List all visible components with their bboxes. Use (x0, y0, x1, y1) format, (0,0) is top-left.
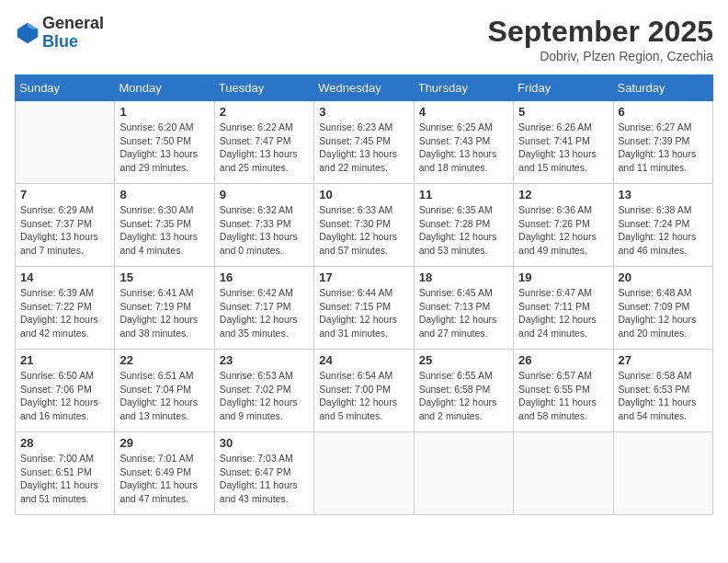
day-info: Sunrise: 6:41 AM Sunset: 7:19 PM Dayligh… (119, 286, 209, 340)
calendar-cell: 16Sunrise: 6:42 AM Sunset: 7:17 PM Dayli… (214, 267, 313, 350)
calendar-week-row: 7Sunrise: 6:29 AM Sunset: 7:37 PM Daylig… (16, 184, 713, 267)
day-info: Sunrise: 6:47 AM Sunset: 7:11 PM Dayligh… (518, 286, 608, 340)
day-number: 28 (20, 436, 109, 450)
day-number: 6 (619, 105, 708, 119)
day-number: 13 (619, 188, 708, 201)
day-number: 18 (419, 270, 508, 284)
day-info: Sunrise: 6:38 AM Sunset: 7:24 PM Dayligh… (619, 203, 708, 258)
calendar-cell: 25Sunrise: 6:55 AM Sunset: 6:58 PM Dayli… (414, 350, 513, 432)
day-number: 27 (619, 353, 708, 367)
calendar-week-row: 28Sunrise: 7:00 AM Sunset: 6:51 PM Dayli… (16, 432, 713, 515)
day-number: 17 (319, 270, 408, 284)
day-number: 4 (419, 105, 508, 119)
calendar-cell: 22Sunrise: 6:51 AM Sunset: 7:04 PM Dayli… (115, 350, 214, 432)
day-number: 2 (220, 105, 309, 119)
day-number: 3 (319, 105, 408, 119)
calendar-cell: 11Sunrise: 6:35 AM Sunset: 7:28 PM Dayli… (414, 184, 513, 267)
day-info: Sunrise: 6:57 AM Sunset: 6:55 PM Dayligh… (518, 369, 608, 423)
calendar-header: SundayMondayTuesdayWednesdayThursdayFrid… (16, 75, 713, 101)
weekday-row: SundayMondayTuesdayWednesdayThursdayFrid… (16, 75, 713, 101)
calendar-cell: 23Sunrise: 6:53 AM Sunset: 7:02 PM Dayli… (214, 350, 313, 432)
calendar-cell: 9Sunrise: 6:32 AM Sunset: 7:33 PM Daylig… (214, 184, 313, 267)
calendar-cell: 5Sunrise: 6:26 AM Sunset: 7:41 PM Daylig… (514, 101, 613, 184)
day-number: 23 (220, 353, 309, 367)
title-block: September 2025 Dobriv, Plzen Region, Cze… (488, 15, 713, 63)
day-info: Sunrise: 6:32 AM Sunset: 7:33 PM Dayligh… (220, 203, 309, 258)
logo: General Blue (15, 15, 104, 52)
calendar-body: 1Sunrise: 6:20 AM Sunset: 7:50 PM Daylig… (16, 101, 713, 515)
day-info: Sunrise: 6:33 AM Sunset: 7:30 PM Dayligh… (319, 203, 408, 258)
day-number: 1 (119, 105, 209, 119)
day-number: 12 (518, 188, 608, 201)
page-header: General Blue September 2025 Dobriv, Plze… (15, 15, 713, 63)
day-info: Sunrise: 6:35 AM Sunset: 7:28 PM Dayligh… (419, 203, 508, 258)
day-info: Sunrise: 6:25 AM Sunset: 7:43 PM Dayligh… (419, 121, 508, 175)
calendar-cell: 2Sunrise: 6:22 AM Sunset: 7:47 PM Daylig… (214, 101, 313, 184)
calendar-table: SundayMondayTuesdayWednesdayThursdayFrid… (15, 75, 713, 515)
weekday-header: Sunday (16, 75, 115, 101)
day-info: Sunrise: 6:55 AM Sunset: 6:58 PM Dayligh… (419, 369, 508, 423)
day-number: 14 (20, 270, 109, 284)
calendar-cell: 28Sunrise: 7:00 AM Sunset: 6:51 PM Dayli… (16, 432, 115, 515)
day-info: Sunrise: 6:50 AM Sunset: 7:06 PM Dayligh… (20, 369, 109, 423)
logo-general-label: General (42, 15, 104, 33)
logo-text: General Blue (42, 15, 104, 52)
day-number: 9 (220, 188, 309, 201)
day-number: 8 (119, 188, 209, 201)
day-number: 26 (518, 353, 608, 367)
location-label: Dobriv, Plzen Region, Czechia (488, 49, 713, 63)
weekday-header: Friday (514, 75, 613, 101)
day-info: Sunrise: 6:44 AM Sunset: 7:15 PM Dayligh… (319, 286, 408, 340)
day-info: Sunrise: 7:00 AM Sunset: 6:51 PM Dayligh… (20, 452, 109, 506)
calendar-cell: 8Sunrise: 6:30 AM Sunset: 7:35 PM Daylig… (115, 184, 214, 267)
day-info: Sunrise: 7:01 AM Sunset: 6:49 PM Dayligh… (119, 452, 209, 506)
calendar-cell: 1Sunrise: 6:20 AM Sunset: 7:50 PM Daylig… (115, 101, 214, 184)
day-number: 15 (119, 270, 209, 284)
calendar-cell: 24Sunrise: 6:54 AM Sunset: 7:00 PM Dayli… (314, 350, 414, 432)
calendar-cell: 10Sunrise: 6:33 AM Sunset: 7:30 PM Dayli… (314, 184, 414, 267)
day-info: Sunrise: 6:48 AM Sunset: 7:09 PM Dayligh… (619, 286, 708, 340)
day-number: 10 (319, 188, 408, 201)
calendar-cell (414, 432, 513, 515)
day-number: 7 (20, 188, 109, 201)
weekday-header: Tuesday (214, 75, 313, 101)
calendar-cell (314, 432, 414, 515)
calendar-cell: 3Sunrise: 6:23 AM Sunset: 7:45 PM Daylig… (314, 101, 414, 184)
calendar-cell: 29Sunrise: 7:01 AM Sunset: 6:49 PM Dayli… (115, 432, 214, 515)
calendar-cell: 30Sunrise: 7:03 AM Sunset: 6:47 PM Dayli… (214, 432, 313, 515)
calendar-cell: 7Sunrise: 6:29 AM Sunset: 7:37 PM Daylig… (16, 184, 115, 267)
day-number: 25 (419, 353, 508, 367)
calendar-cell (514, 432, 613, 515)
logo-icon (15, 20, 40, 46)
calendar-cell: 20Sunrise: 6:48 AM Sunset: 7:09 PM Dayli… (613, 267, 712, 350)
day-number: 29 (119, 436, 209, 450)
calendar-cell: 26Sunrise: 6:57 AM Sunset: 6:55 PM Dayli… (514, 350, 613, 432)
weekday-header: Monday (115, 75, 214, 101)
calendar-cell: 17Sunrise: 6:44 AM Sunset: 7:15 PM Dayli… (314, 267, 414, 350)
day-number: 5 (518, 105, 608, 119)
day-info: Sunrise: 6:26 AM Sunset: 7:41 PM Dayligh… (518, 121, 608, 175)
day-number: 21 (20, 353, 109, 367)
day-info: Sunrise: 7:03 AM Sunset: 6:47 PM Dayligh… (220, 452, 309, 506)
calendar-cell: 27Sunrise: 6:58 AM Sunset: 6:53 PM Dayli… (613, 350, 712, 432)
calendar-cell: 19Sunrise: 6:47 AM Sunset: 7:11 PM Dayli… (514, 267, 613, 350)
day-info: Sunrise: 6:53 AM Sunset: 7:02 PM Dayligh… (220, 369, 309, 423)
calendar-week-row: 14Sunrise: 6:39 AM Sunset: 7:22 PM Dayli… (16, 267, 713, 350)
day-info: Sunrise: 6:39 AM Sunset: 7:22 PM Dayligh… (20, 286, 109, 340)
day-info: Sunrise: 6:27 AM Sunset: 7:39 PM Dayligh… (619, 121, 708, 175)
calendar-cell: 13Sunrise: 6:38 AM Sunset: 7:24 PM Dayli… (613, 184, 712, 267)
day-info: Sunrise: 6:36 AM Sunset: 7:26 PM Dayligh… (518, 203, 608, 258)
day-info: Sunrise: 6:20 AM Sunset: 7:50 PM Dayligh… (119, 121, 209, 175)
day-number: 20 (619, 270, 708, 284)
calendar-cell: 14Sunrise: 6:39 AM Sunset: 7:22 PM Dayli… (16, 267, 115, 350)
calendar-cell (16, 101, 115, 184)
day-info: Sunrise: 6:22 AM Sunset: 7:47 PM Dayligh… (220, 121, 309, 175)
day-number: 30 (220, 436, 309, 450)
weekday-header: Saturday (613, 75, 712, 101)
calendar-cell: 12Sunrise: 6:36 AM Sunset: 7:26 PM Dayli… (514, 184, 613, 267)
weekday-header: Thursday (414, 75, 513, 101)
calendar-cell: 15Sunrise: 6:41 AM Sunset: 7:19 PM Dayli… (115, 267, 214, 350)
day-info: Sunrise: 6:30 AM Sunset: 7:35 PM Dayligh… (119, 203, 209, 258)
day-number: 22 (119, 353, 209, 367)
calendar-cell (613, 432, 712, 515)
